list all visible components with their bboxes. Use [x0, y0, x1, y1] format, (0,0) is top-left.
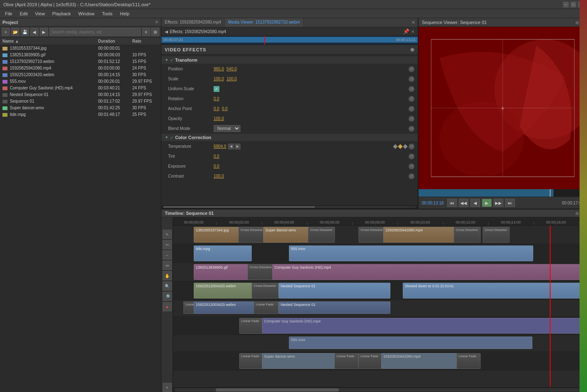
- project-file-row[interactable]: 15137932992710.webm 00:01:52:12 15 FPS: [0, 58, 161, 65]
- scale-y[interactable]: 100.0: [226, 77, 237, 81]
- clip-555-audio[interactable]: 555.mov: [289, 337, 532, 349]
- clip-jpg[interactable]: 1381055337344.jpg: [194, 227, 241, 243]
- blend-mode-reset[interactable]: ↺: [409, 126, 414, 132]
- select-tool[interactable]: ↖: [163, 230, 172, 239]
- clip-nested1[interactable]: Nested Sequence 01: [279, 283, 390, 298]
- clip-superdancer-audio[interactable]: Super dancer.wmv: [262, 353, 337, 369]
- slip-tool[interactable]: ↔: [163, 250, 172, 260]
- panel-close[interactable]: ✕: [409, 18, 418, 27]
- menu-item-help[interactable]: Help: [117, 10, 133, 17]
- seq-goto-start[interactable]: ⏮: [447, 199, 457, 207]
- opacity-reset[interactable]: ↺: [409, 116, 414, 122]
- open-folder-button[interactable]: 📂: [11, 28, 19, 36]
- menu-item-window[interactable]: Window: [75, 10, 98, 17]
- clip-nested-audio[interactable]: Nested Sequence 01: [279, 301, 390, 314]
- clip-555[interactable]: 555.mov: [289, 245, 533, 261]
- uniform-scale-check[interactable]: ✓: [214, 86, 219, 92]
- effects-tab-effects[interactable]: Effects: 15920825942080.mp4: [161, 18, 225, 27]
- clip-dissolve-2[interactable]: Cross Dissolve: [308, 227, 335, 243]
- menu-item-edit[interactable]: Edit: [17, 10, 31, 17]
- zoom-in-tool[interactable]: 🔍: [163, 281, 172, 291]
- project-file-row[interactable]: Nested Sequence 01 00:00:14:15 29.97 FPS: [0, 91, 161, 98]
- clip-dissolve-6[interactable]: Cross Dissolve: [248, 264, 274, 280]
- clip-gif[interactable]: 1382513839905.gif: [194, 264, 250, 280]
- temp-keyframe-left[interactable]: [393, 144, 397, 149]
- seq-goto-end[interactable]: ⏭: [505, 199, 515, 207]
- anchor-reset[interactable]: ↺: [409, 106, 414, 112]
- list-view-button[interactable]: ≡: [142, 28, 150, 36]
- clip-linearfade-5[interactable]: Linear Fade: [239, 353, 263, 369]
- clip-linearfade-7[interactable]: Linear Fade: [358, 353, 383, 369]
- add-track-tool[interactable]: +: [163, 383, 172, 392]
- search-input[interactable]: [49, 28, 141, 36]
- seq-step-back[interactable]: ◀: [470, 199, 480, 207]
- color-correction-section-header[interactable]: ▼ ✓ Color Correction: [161, 134, 418, 142]
- clip-mp4-1[interactable]: 15920825942080.mp4: [383, 227, 456, 243]
- rotation-value[interactable]: 0.0: [214, 96, 219, 101]
- maximize-button[interactable]: □: [570, 2, 576, 7]
- clip-webm-audio[interactable]: 15922512003420.webm: [194, 301, 256, 314]
- scale-reset[interactable]: ↺: [409, 76, 414, 82]
- temp-keyframe-center[interactable]: [398, 144, 402, 149]
- seq-step-fwd[interactable]: ▶▶: [493, 199, 503, 207]
- project-file-row[interactable]: 1381055337344.jpg 00:00:00:01: [0, 45, 161, 52]
- project-file-row[interactable]: Computer Guy Savlonic (HD).mp4 00:03:40:…: [0, 85, 161, 91]
- ripple-tool[interactable]: ⇔: [163, 261, 172, 270]
- clip-mp4-audio[interactable]: 15920825942080.mp4: [381, 353, 458, 369]
- temp-next[interactable]: ▶: [235, 144, 241, 149]
- color-correction-check[interactable]: ✓: [170, 135, 173, 140]
- project-file-row[interactable]: 15922512003420.webm 00:00:14:15 30 FPS: [0, 72, 161, 78]
- uniform-scale-reset[interactable]: ↺: [409, 86, 414, 92]
- project-file-row[interactable]: 1382513839905.gif 00:00:06:03 10 FPS: [0, 52, 161, 58]
- hand-tool[interactable]: ✋: [163, 271, 172, 280]
- tint-reset[interactable]: ↺: [409, 154, 414, 159]
- seq-play[interactable]: ▶: [482, 199, 492, 207]
- clip-webm[interactable]: 15922512003420.webm: [194, 283, 254, 298]
- clip-slowed[interactable]: Slowed down to 0.01 (0.01%): [403, 283, 587, 298]
- rotation-reset[interactable]: ↺: [409, 96, 414, 102]
- clip-dissolve-1[interactable]: Cross Dissolve: [238, 227, 265, 243]
- contrast-value[interactable]: 100.0: [214, 174, 224, 178]
- new-item-button[interactable]: +: [2, 28, 10, 36]
- clip-linearfade-3[interactable]: Linear Fade: [239, 318, 264, 334]
- clip-superdancer[interactable]: Super dancer.wmv: [263, 227, 311, 243]
- timeline-expand[interactable]: ⊞: [575, 211, 579, 216]
- minimize-button[interactable]: −: [563, 2, 569, 7]
- clip-dissolve-5[interactable]: Cross Dissolve: [483, 227, 510, 243]
- project-file-row[interactable]: 15920825942080.mp4 00:03:00:00 24 FPS: [0, 65, 161, 72]
- temp-prev[interactable]: ◀: [228, 144, 234, 149]
- clip-dissolve-8[interactable]: Cross Dissolve: [252, 283, 279, 298]
- position-y[interactable]: 540.0: [226, 67, 237, 71]
- col-rate[interactable]: Rate: [130, 38, 161, 45]
- clip-dissolve-4[interactable]: Cross Dissolve: [454, 227, 481, 243]
- col-name[interactable]: Name ▲: [0, 38, 96, 45]
- effects-tab-media[interactable]: Media Viewer: 15137932992710.webm: [225, 18, 303, 27]
- effects-add-icon[interactable]: ⊕: [410, 47, 414, 53]
- project-file-row[interactable]: tide.mpg 00:01:48:17 25 FPS: [0, 111, 161, 118]
- blend-mode-select[interactable]: Normal Multiply Screen Overlay: [214, 125, 241, 132]
- record-tool[interactable]: ●: [163, 302, 172, 311]
- menu-item-tools[interactable]: Tools: [99, 10, 116, 17]
- project-file-row[interactable]: 555.mov 00:00:26:01 29.97 FPS: [0, 78, 161, 85]
- temp-keyframe-right[interactable]: [403, 144, 407, 149]
- position-reset[interactable]: ↺: [409, 66, 414, 72]
- clip-computerguy-audio[interactable]: Computer Guy Savlonic (HD).mp4: [262, 318, 587, 334]
- anchor-x[interactable]: 0.0: [214, 106, 219, 111]
- zoom-out-tool[interactable]: 🔎: [163, 292, 172, 301]
- anchor-y[interactable]: 0.0: [222, 106, 228, 111]
- clip-tide[interactable]: tide.mpg: [194, 245, 252, 261]
- transform-check[interactable]: ✓: [170, 58, 173, 63]
- position-x[interactable]: 960.0: [214, 67, 224, 71]
- razor-tool[interactable]: ✂: [163, 240, 172, 249]
- clip-computerguy[interactable]: Computer Guy Savlonic (HD).mp4: [272, 264, 587, 280]
- project-file-row[interactable]: Sequence 01 00:01:17:02 29.97 FPS: [0, 98, 161, 105]
- clip-linearfade-2[interactable]: Linear Fade: [254, 301, 279, 314]
- grid-view-button[interactable]: ⊞: [151, 28, 159, 36]
- scale-x[interactable]: 100.0: [214, 77, 224, 81]
- contrast-reset[interactable]: ↺: [409, 173, 414, 179]
- clip-linearfade-8[interactable]: Linear Fade: [457, 353, 481, 369]
- effects-close-icon[interactable]: ✕: [411, 29, 414, 34]
- exposure-value[interactable]: 0.0: [214, 164, 219, 168]
- menu-item-file[interactable]: File: [2, 10, 16, 17]
- project-close-icon[interactable]: ✕: [155, 19, 159, 25]
